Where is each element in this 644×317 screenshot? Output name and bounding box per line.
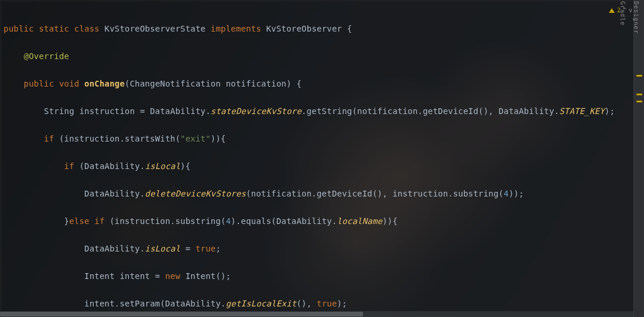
warning-marker[interactable] xyxy=(636,75,642,77)
error-stripe-rail[interactable]: Designer Gradle xyxy=(633,0,644,317)
code-line: String instruction = DataAbility.stateDe… xyxy=(4,105,644,119)
horizontal-scrollbar-thumb[interactable] xyxy=(0,312,363,316)
code-line: intent.setParam(DataAbility.getIsLocalEx… xyxy=(4,297,644,311)
code-line: Intent intent = new Intent(); xyxy=(4,270,644,284)
warning-marker[interactable] xyxy=(636,101,642,102)
code-line: @Override xyxy=(4,50,644,64)
code-line: DataAbility.isLocal = true; xyxy=(4,242,644,256)
code-line: DataAbility.deleteDeviceKvStores(notific… xyxy=(4,187,644,201)
warning-marker[interactable] xyxy=(636,94,642,95)
code-line: public static class KvStoreObserverState… xyxy=(4,22,644,36)
tool-tab-gradle[interactable]: Gradle xyxy=(615,1,629,34)
code-line: if (instruction.startsWith("exit")){ xyxy=(4,132,644,146)
code-line: public void onChange(ChangeNotification … xyxy=(4,77,644,91)
code-line: if (DataAbility.isLocal){ xyxy=(4,160,644,174)
warning-icon xyxy=(609,8,615,13)
code-line: }else if (instruction.substring(4).equal… xyxy=(4,215,644,229)
tool-window-tabs: Designer Gradle xyxy=(615,1,643,39)
code-editor[interactable]: public static class KvStoreObserverState… xyxy=(0,0,644,317)
horizontal-scrollbar[interactable] xyxy=(0,311,633,317)
tool-tab-designer[interactable]: Designer xyxy=(629,1,643,34)
